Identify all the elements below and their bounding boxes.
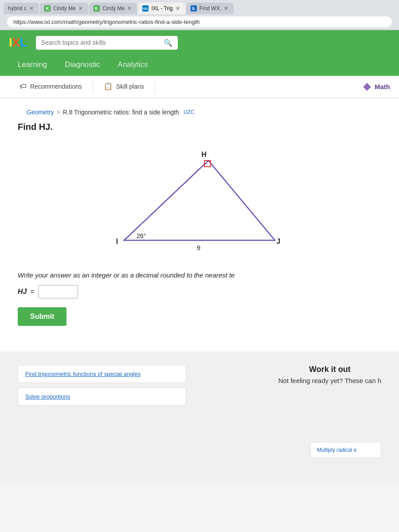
breadcrumb-separator: > xyxy=(56,109,60,116)
subnav-skill-plans[interactable]: 📋 Skill plans xyxy=(93,76,155,98)
svg-marker-1 xyxy=(124,160,275,240)
work-it-out-title: Work it out xyxy=(278,365,381,374)
url-input[interactable] xyxy=(7,16,392,27)
page-content: IXL 🔍 Learning Diagnostic Analytics 🏷 Re… xyxy=(0,30,399,532)
skill-link-solve-prop[interactable]: Solve proportions xyxy=(18,387,186,406)
tab-analytics[interactable]: Analytics xyxy=(109,55,157,76)
sub-nav: 🏷 Recommendations 📋 Skill plans Math xyxy=(0,76,399,98)
triangle-container: H I J 26° 9 xyxy=(18,143,381,258)
subnav-recommendations[interactable]: 🏷 Recommendations xyxy=(9,76,93,98)
breadcrumb-skill: R.8 Trigonometric ratios: find a side le… xyxy=(63,109,179,116)
skill-plans-label: Skill plans xyxy=(116,83,144,90)
tab-find-wx-icon: b xyxy=(191,5,197,12)
browser-chrome: hybrid c ✕ K Cindy Me ✕ K Cindy Me ✕ IXL… xyxy=(0,0,399,30)
problem-title: Find HJ. xyxy=(18,122,381,132)
answer-row: Write your answer as an integer or as a … xyxy=(18,271,381,326)
answer-input[interactable] xyxy=(38,285,78,298)
recommendations-label: Recommendations xyxy=(30,83,82,90)
submit-button[interactable]: Submit xyxy=(18,307,66,326)
tab-cindy1-close[interactable]: ✕ xyxy=(78,5,83,12)
triangle-svg: H I J 26° 9 xyxy=(111,143,288,258)
tab-ixl-label: IXL - Trig xyxy=(151,5,172,12)
tab-cindy1-label: Cindy Me xyxy=(53,5,76,12)
vertex-h-label: H xyxy=(201,151,207,158)
tab-cindy2-label: Cindy Me xyxy=(102,5,125,12)
tab-hybrid[interactable]: hybrid c ✕ xyxy=(4,3,39,14)
page-background: hybrid c ✕ K Cindy Me ✕ K Cindy Me ✕ IXL… xyxy=(0,0,399,532)
bottom-section: Work it out Not feeling ready yet? These… xyxy=(0,352,399,485)
tab-cindy1[interactable]: K Cindy Me ✕ xyxy=(40,3,88,14)
equals-sign: = xyxy=(30,288,34,296)
skill-link-trig-special[interactable]: Find trigonometric functions of special … xyxy=(18,365,186,383)
address-bar xyxy=(4,14,395,30)
tab-cindy1-icon: K xyxy=(44,5,51,12)
work-it-out: Work it out Not feeling ready yet? These… xyxy=(278,365,381,384)
tab-cindy2-icon: K xyxy=(94,5,100,12)
math-diamond-icon xyxy=(362,82,372,92)
tab-cindy2[interactable]: K Cindy Me ✕ xyxy=(89,3,137,14)
tab-find-wx-label: Find WX. xyxy=(200,5,221,12)
skill-plans-icon: 📋 xyxy=(104,82,113,90)
answer-line: HJ = xyxy=(18,285,381,298)
problem-area: Geometry > R.8 Trigonometric ratios: fin… xyxy=(0,98,399,352)
tab-bar: hybrid c ✕ K Cindy Me ✕ K Cindy Me ✕ IXL… xyxy=(4,3,395,14)
tab-find-wx[interactable]: b Find WX. ✕ xyxy=(186,3,234,14)
svg-marker-0 xyxy=(363,83,371,91)
math-label: Math xyxy=(375,83,390,90)
tab-ixl-icon: IXL xyxy=(142,5,149,12)
multiply-radical-link[interactable]: Multiply radical e xyxy=(310,442,381,458)
tab-cindy2-close[interactable]: ✕ xyxy=(127,5,132,12)
answer-label: HJ xyxy=(18,288,27,296)
nav-tabs: Learning Diagnostic Analytics xyxy=(0,55,399,76)
search-bar[interactable]: 🔍 xyxy=(36,36,178,50)
subnav-divider-2 xyxy=(155,80,155,94)
tab-ixl-trig[interactable]: IXL IXL - Trig ✕ xyxy=(138,3,185,14)
math-badge[interactable]: Math xyxy=(362,82,390,92)
work-it-out-sub: Not feeling ready yet? These can h xyxy=(278,377,381,384)
breadcrumb-code: UZC xyxy=(184,109,195,115)
search-icon: 🔍 xyxy=(164,39,172,47)
tab-learning[interactable]: Learning xyxy=(9,55,56,76)
angle-label: 26° xyxy=(137,232,146,239)
vertex-i-label: I xyxy=(116,238,118,245)
tab-hybrid-close[interactable]: ✕ xyxy=(29,5,34,12)
ixl-logo: IXL xyxy=(9,35,27,50)
tab-find-wx-close[interactable]: ✕ xyxy=(224,5,228,12)
vertex-j-label: J xyxy=(277,238,281,245)
breadcrumb-geometry[interactable]: Geometry xyxy=(27,109,54,116)
breadcrumb: Geometry > R.8 Trigonometric ratios: fin… xyxy=(18,102,381,122)
instruction-text: Write your answer as an integer or as a … xyxy=(18,271,381,279)
tab-diagnostic[interactable]: Diagnostic xyxy=(56,55,109,76)
tab-ixl-close[interactable]: ✕ xyxy=(176,5,180,12)
side-label: 9 xyxy=(197,244,200,251)
tab-hybrid-label: hybrid c xyxy=(8,5,27,12)
search-input[interactable] xyxy=(41,39,160,46)
recommendations-icon: 🏷 xyxy=(20,82,27,90)
ixl-header: IXL 🔍 xyxy=(0,30,399,55)
